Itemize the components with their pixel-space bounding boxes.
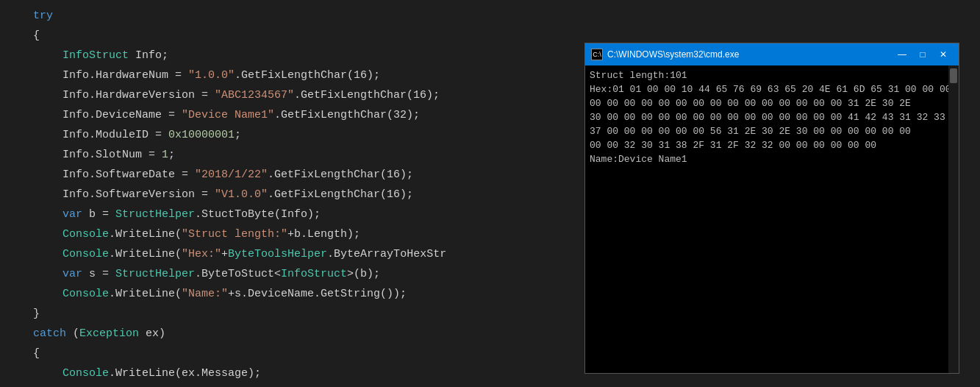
- code-line: var s = StructHelper.ByteToStuct<InfoStr…: [0, 264, 588, 284]
- cmd-controls: — □ ✕: [893, 47, 953, 62]
- code-line: Console.WriteLine("Name:"+s.DeviceName.G…: [0, 284, 588, 304]
- cmd-output-line: Hex:01 01 00 00 10 44 65 76 69 63 65 20 …: [590, 82, 954, 96]
- code-line: InfoStruct Info;: [0, 46, 588, 65]
- code-area: try { InfoStruct Info; Info.HardwareNum …: [0, 0, 588, 387]
- minimize-button[interactable]: —: [893, 47, 912, 62]
- cmd-window[interactable]: C:\ C:\WINDOWS\system32\cmd.exe — □ ✕ St…: [584, 43, 959, 374]
- cmd-output-line: 00 00 00 00 00 00 00 00 00 00 00 00 00 0…: [590, 96, 954, 110]
- code-line: {: [0, 344, 588, 363]
- code-line: Info.SlotNum = 1;: [0, 145, 588, 165]
- code-line: try: [0, 6, 588, 26]
- cmd-output-line: 30 00 00 00 00 00 00 00 00 00 00 00 00 0…: [590, 110, 954, 124]
- maximize-button[interactable]: □: [913, 47, 932, 62]
- code-line: }: [0, 304, 588, 324]
- cmd-title: C:\WINDOWS\system32\cmd.exe: [607, 49, 893, 60]
- cmd-content: Struct length:101 Hex:01 01 00 00 10 44 …: [585, 65, 959, 373]
- code-line-catch: catch (Exception ex): [0, 324, 588, 344]
- cmd-scrollbar[interactable]: [948, 65, 959, 373]
- code-line: var b = StructHelper.StuctToByte(Info);: [0, 205, 588, 224]
- code-line: {: [0, 26, 588, 46]
- code-line: Info.SoftwareDate = "2018/1/22".GetFixLe…: [0, 165, 588, 185]
- code-line-devicename: Info.DeviceName = "Device Name1".GetFixL…: [0, 105, 588, 125]
- cmd-icon: C:\: [591, 49, 603, 60]
- cmd-output-line: Name:Device Name1: [590, 152, 954, 166]
- cmd-output-line: Struct length:101: [590, 68, 954, 82]
- cmd-scroll-thumb[interactable]: [950, 68, 957, 83]
- code-line: Info.HardwareVersion = "ABC1234567".GetF…: [0, 85, 588, 105]
- close-button[interactable]: ✕: [934, 47, 953, 62]
- code-line: Info.ModuleID = 0x10000001;: [0, 125, 588, 145]
- code-line: Console.WriteLine("Struct length:"+b.Len…: [0, 224, 588, 244]
- cmd-output-line: 37 00 00 00 00 00 00 56 31 2E 30 2E 30 0…: [590, 124, 954, 138]
- cmd-output-line: 00 00 32 30 31 38 2F 31 2F 32 32 00 00 0…: [590, 138, 954, 152]
- code-line: Console.WriteLine("Hex:"+ByteToolsHelper…: [0, 244, 588, 264]
- code-line: Info.HardwareNum = "1.0.0".GetFixLengthC…: [0, 65, 588, 85]
- code-line: }: [0, 383, 588, 387]
- code-line: Info.SoftwareVersion = "V1.0.0".GetFixLe…: [0, 185, 588, 205]
- code-editor: try { InfoStruct Info; Info.HardwareNum …: [0, 0, 588, 387]
- code-line: Console.WriteLine(ex.Message);: [0, 363, 588, 383]
- cmd-titlebar: C:\ C:\WINDOWS\system32\cmd.exe — □ ✕: [585, 43, 959, 65]
